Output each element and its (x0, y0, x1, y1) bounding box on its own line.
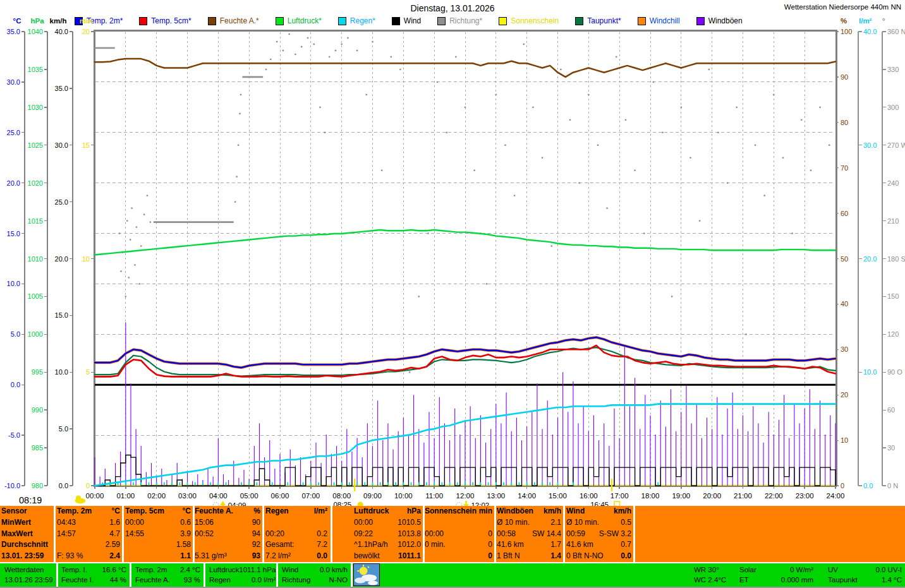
table-row: MinWert (1, 517, 52, 529)
time-tick-label: 15:00 (549, 492, 567, 500)
table-row: 15:0690 (195, 517, 260, 529)
table-cell-value: 1012.0 (398, 539, 421, 551)
table-cell-value: 1.7 (550, 539, 561, 551)
rain-intensity-tick (426, 483, 427, 486)
direction-dot (307, 37, 308, 39)
direction-dot (136, 226, 137, 227)
direction-dot (495, 94, 497, 95)
axis-tick-label: 240 (887, 179, 899, 187)
table-col-temp-2m: Temp. 2m°C04:431.614:574.72.59F: 93 %2.4 (57, 506, 120, 562)
table-cell-label: 00:58 (497, 529, 516, 540)
statusbar-section: Wetterdaten13.01.26 23:59 (4, 565, 53, 585)
table-cell-label: MinWert (1, 517, 31, 529)
direction-dot (662, 132, 663, 133)
table-row: Regenl/m² (265, 506, 327, 517)
table-cell-value: 2.1 (550, 517, 561, 529)
statusbar-label: Solar (739, 565, 756, 575)
table-cell-label: 1 Bft N (497, 551, 520, 562)
statusbar-row: UV0.0 UV-I (828, 565, 902, 575)
corner-sun-time: 08:19 (19, 495, 42, 505)
axis-tick-label: 35.0 (7, 28, 20, 35)
table-row: 41.6 km1.7 (497, 539, 561, 551)
axis-tick-label: 330 (887, 66, 899, 73)
time-tick-label: 05:00 (240, 492, 258, 500)
rain-intensity-tick (133, 483, 134, 486)
table-cell-value: km/h (544, 506, 561, 517)
table-row: 09:221013.8 (354, 529, 421, 540)
rain-intensity-tick (503, 483, 504, 486)
rain-intensity-tick (334, 483, 335, 486)
table-cell-value: 0 (488, 539, 492, 551)
table-row: MaxWert (1, 529, 52, 540)
table-cell-value: 0.5 (621, 517, 631, 529)
rain-intensity-tick (657, 483, 659, 486)
table-row: Temp. 5cm°C (125, 506, 191, 517)
axis-tick-label: 0.0 (11, 381, 20, 388)
statusbar-value: 16.6 °C (102, 565, 126, 575)
direction-dot (366, 94, 367, 95)
axis-tick-label: 180 S (887, 255, 905, 263)
table-cell-value: SW 14.4 (532, 529, 561, 540)
direction-dot (119, 232, 120, 234)
time-tick-label: 02:00 (147, 492, 166, 500)
rain-intensity-tick (411, 483, 412, 486)
rain-intensity-tick (519, 483, 520, 486)
sun-event-tick (611, 479, 612, 491)
direction-dot (514, 195, 515, 196)
table-col-wind: Windkm/hØ 10 min.0.500:59S-SW 3.241.6 km… (566, 506, 631, 562)
axis-tick-label: 0 (86, 482, 90, 489)
statusbar-row: 13.01.26 23:59 (4, 575, 53, 585)
time-tick-label: 21:00 (734, 492, 752, 500)
table-row: 1.1 (125, 551, 191, 562)
direction-dot (140, 245, 142, 246)
direction-dot (295, 54, 296, 55)
statusbar-value: 0.0 km/h (320, 565, 348, 575)
direction-dot (134, 264, 135, 265)
direction-dot (560, 69, 561, 70)
stats-table: SensorMinWertMaxWertDurchschnitt13.01. 2… (0, 506, 905, 562)
axis-tick-label: 20.0 (7, 179, 20, 187)
axis-tick-label: 30.0 (55, 141, 68, 149)
statusbar-label: Taupunkt (828, 575, 858, 585)
table-row: ^1.1hPa/h1012.0 (354, 539, 421, 551)
table-col-temp-5cm: Temp. 5cm°C00:000.614:553.91.581.1 (125, 506, 191, 562)
table-row: 00:200.2 (265, 529, 327, 540)
table-cell-value: 7.2 (317, 539, 327, 551)
table-row: F: 93 %2.4 (57, 551, 120, 562)
axis-tick-label: 80 (841, 119, 848, 126)
table-row: Sonnenscheinmin (425, 506, 492, 517)
rain-intensity-tick (303, 483, 304, 486)
table-cell-value: min (479, 506, 492, 517)
table-row: bewölkt1011.1 (354, 551, 421, 562)
direction-dot (588, 94, 589, 95)
direction-dot (504, 145, 506, 146)
statusbar-value: 0.0 l/m² (252, 575, 276, 585)
statusbar-right-group: UV0.0 UV-ITaupunkt1.4 °C (828, 565, 902, 585)
rain-intensity-tick (434, 483, 435, 486)
rain-intensity-tick (380, 483, 381, 486)
direction-dot (819, 107, 820, 108)
direction-dot (465, 107, 466, 108)
table-cell-label: Sensor (1, 506, 27, 517)
table-cell-label: 14:57 (57, 529, 76, 540)
time-tick-label: 14:00 (518, 492, 536, 500)
table-cell-value: 0.6 (180, 517, 191, 529)
rain-intensity-tick (511, 483, 512, 486)
table-row: Feuchte A.% (195, 506, 260, 517)
table-cell-label: 14:55 (125, 529, 144, 540)
table-col-regen: Regenl/m²00:200.2Gesamt:7.27.2 l/m²0.0 (265, 506, 327, 562)
table-cell-value: 0.0 (317, 551, 327, 562)
axis-tick-label: 980 (32, 482, 43, 489)
statusbar-label: Luftdruck (209, 565, 239, 575)
table-col-feuchte-a-: Feuchte A.%15:069000:5294925.31 g/m³93 (195, 506, 260, 562)
moonset-arrow-stem (465, 501, 466, 504)
table-row: 1 Bft N1.4 (497, 551, 561, 562)
rain-intensity-tick (287, 483, 288, 486)
rain-intensity-tick (272, 483, 273, 486)
table-cell-label: Ø 10 min. (566, 517, 599, 529)
axis-tick-label: 1010 (28, 255, 43, 263)
statusbar-row: Wetterdaten (4, 565, 53, 575)
table-row: 92 (195, 539, 260, 551)
table-cell-label: 09:22 (354, 529, 373, 540)
axis-tick-label: 70 (841, 164, 848, 172)
